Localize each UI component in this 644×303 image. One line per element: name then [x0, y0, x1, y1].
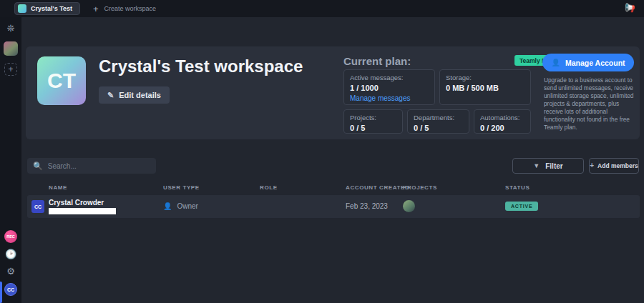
manage-messages-link[interactable]: Manage messages [350, 94, 429, 102]
stat-value: 0 / 200 [480, 124, 525, 132]
redacted-email [49, 208, 116, 214]
upgrade-description: Upgrade to a business account to send un… [544, 76, 635, 131]
column-header-status: STATUS [505, 184, 530, 191]
plan-title: Current plan: [343, 55, 411, 67]
top-bar: Crystal's Test + Create workspace 📢 [0, 0, 644, 17]
stat-active-messages: Active messages: 1 / 1000 Manage message… [343, 69, 435, 105]
plus-icon: + [590, 162, 594, 169]
project-avatar [403, 200, 415, 212]
workspace-switcher-label: Crystal's Test [31, 5, 72, 12]
stat-label: Storage: [446, 74, 525, 81]
stat-projects: Projects: 0 / 5 [343, 109, 403, 134]
user-avatar[interactable]: CC [4, 283, 17, 296]
member-search: 🔍 [27, 158, 156, 174]
column-header-projects: PROJECTS [403, 184, 437, 191]
create-workspace-button[interactable]: + Create workspace [93, 4, 156, 14]
history-icon[interactable]: 🕑 [5, 249, 16, 260]
table-row[interactable]: CC Crystal Crowder 👤 Owner Feb 23, 2023 … [27, 195, 640, 218]
status-badge: ACTIVE [505, 202, 538, 211]
apps-icon[interactable]: ❊ [5, 23, 16, 34]
workspace-avatar: CT [37, 56, 86, 105]
search-input[interactable] [48, 162, 150, 170]
workspace-thumbnail[interactable] [4, 41, 18, 56]
stat-storage: Storage: 0 MB / 500 MB [439, 69, 531, 105]
stat-value: 1 / 1000 [350, 84, 429, 92]
workspace-switcher[interactable]: Crystal's Test [14, 2, 80, 15]
column-header-role: ROLE [260, 184, 278, 191]
settings-gear-icon[interactable]: ⚙ [5, 266, 16, 277]
member-account-created: Feb 23, 2023 [346, 202, 388, 210]
workspace-header-card: CT Crystal's Test workspace ✎ Edit detai… [26, 46, 640, 139]
active-indicator [0, 282, 2, 303]
stat-label: Departments: [414, 114, 463, 121]
user-type-label: Owner [177, 202, 197, 210]
filter-button[interactable]: ▼ Filter [512, 158, 584, 174]
column-header-account-created: ACCOUNT CREATED [346, 184, 409, 191]
stat-label: Projects: [350, 114, 396, 121]
announcements-icon[interactable]: 📢 [625, 3, 635, 13]
pencil-icon: ✎ [107, 91, 114, 100]
add-members-button[interactable]: + Add members [589, 158, 639, 174]
person-icon: 👤 [551, 59, 560, 66]
stat-label: Automations: [480, 114, 525, 121]
member-user-type: 👤 Owner [163, 202, 198, 210]
column-header-name: NAME [49, 184, 67, 191]
record-button[interactable]: REC [4, 230, 17, 243]
stat-value: 0 MB / 500 MB [446, 84, 525, 92]
plus-icon: + [93, 4, 99, 14]
manage-account-label: Manage Account [565, 59, 625, 67]
stat-value: 0 / 5 [414, 124, 463, 132]
stat-value: 0 / 5 [350, 124, 396, 132]
create-workspace-label: Create workspace [104, 5, 157, 12]
member-avatar: CC [31, 200, 44, 213]
column-header-user-type: USER TYPE [163, 184, 200, 191]
manage-account-button[interactable]: 👤 Manage Account [542, 54, 634, 71]
add-members-label: Add members [597, 162, 638, 169]
filter-label: Filter [545, 162, 562, 170]
members-table-header: NAME USER TYPE ROLE ACCOUNT CREATED PROJ… [27, 184, 640, 196]
search-icon: 🔍 [33, 162, 43, 171]
user-type-icon: 👤 [163, 202, 172, 210]
stat-departments: Departments: 0 / 5 [407, 109, 469, 134]
edit-details-button[interactable]: ✎ Edit details [99, 86, 170, 104]
left-rail: ❊ + REC 🕑 ⚙ CC [0, 17, 21, 303]
funnel-icon: ▼ [533, 162, 540, 169]
stat-automations: Automations: 0 / 200 [474, 109, 531, 134]
member-name: Crystal Crowder [49, 199, 104, 207]
stat-label: Active messages: [350, 74, 429, 81]
workspace-icon [18, 4, 26, 13]
workspace-title: Crystal's Test workspace [99, 56, 303, 76]
add-workspace-icon[interactable]: + [4, 63, 17, 76]
current-plan-section: Current plan: Teamly Free Active message… [341, 54, 634, 134]
edit-details-label: Edit details [119, 91, 161, 99]
main-content: CT Crystal's Test workspace ✎ Edit detai… [21, 17, 644, 303]
